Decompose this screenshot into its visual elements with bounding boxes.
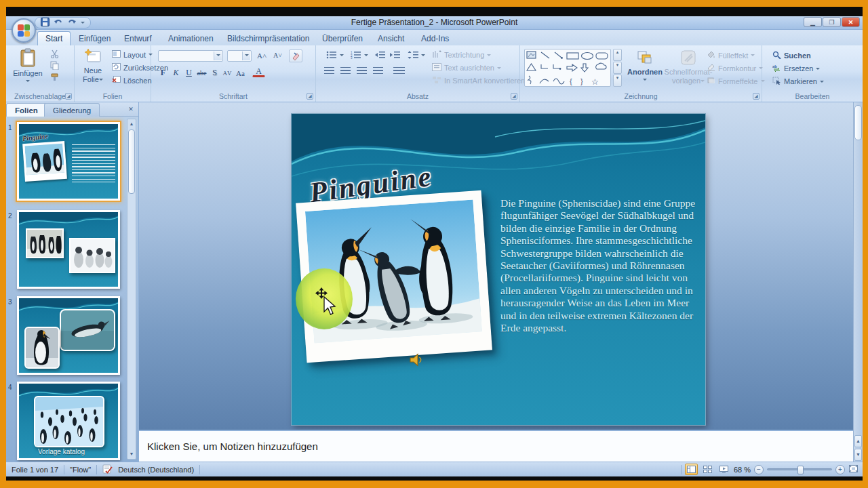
next-slide-button[interactable]: ▼▼ [854, 449, 862, 461]
clear-formatting-button[interactable] [289, 49, 302, 62]
align-text-button[interactable]: Text ausrichten [430, 62, 503, 73]
panel-scrollbar[interactable]: ▲ ▼ [127, 119, 136, 460]
underline-button[interactable]: U [182, 66, 195, 79]
grow-font-button[interactable]: A˄ [255, 51, 269, 60]
new-slide-button[interactable]: Neue Folie [79, 48, 107, 84]
change-case-button[interactable]: Aa [234, 66, 247, 79]
zoom-out-button[interactable]: − [754, 465, 764, 474]
slideshow-view-button[interactable] [717, 464, 730, 475]
shape-fill-button[interactable]: Fülleffekt [705, 50, 757, 60]
slide-2-thumbnail[interactable] [17, 210, 120, 289]
zoom-slider-thumb[interactable] [797, 466, 804, 474]
office-button[interactable] [12, 18, 36, 43]
format-painter-button[interactable] [48, 72, 61, 82]
tab-entwurf[interactable]: Entwurf [117, 31, 159, 45]
spellcheck-icon[interactable] [102, 464, 113, 475]
shapes-gallery[interactable]: { } ☆ [524, 49, 611, 87]
notes-pane[interactable]: Klicken Sie, um Notizen hinzuzufügen [139, 430, 853, 462]
new-slide-dropdown-icon[interactable] [99, 79, 103, 83]
slide-1-thumbnail[interactable]: Pinguine [17, 122, 120, 201]
panel-scroll-down-icon[interactable]: ▼ [128, 450, 135, 458]
minimize-button[interactable]: ▁ [804, 17, 822, 27]
font-size-dropdown-icon[interactable] [242, 52, 250, 60]
character-spacing-button[interactable]: AV [221, 66, 234, 79]
panel-scroll-up-icon[interactable]: ▲ [128, 120, 135, 128]
zoom-in-button[interactable]: + [835, 465, 845, 474]
copy-button[interactable] [48, 60, 61, 70]
tab-animationen[interactable]: Animationen [161, 31, 221, 45]
tab-bildschirmpraesentation[interactable]: Bildschirmpräsentation [220, 31, 317, 45]
align-center-button[interactable] [340, 67, 351, 75]
justify-button[interactable] [373, 67, 383, 75]
text-shadow-button[interactable]: S [208, 66, 221, 79]
drawing-dialog-launcher-icon[interactable]: ◢ [753, 93, 760, 100]
panel-close-icon[interactable]: ✕ [126, 105, 136, 114]
tab-ansicht[interactable]: Ansicht [370, 31, 412, 45]
font-size-combo[interactable] [227, 50, 252, 62]
text-direction-button[interactable]: Textrichtung [430, 49, 493, 60]
tab-addins[interactable]: Add-Ins [414, 31, 456, 45]
numbering-button[interactable]: 123 [349, 50, 370, 60]
cut-button[interactable] [48, 49, 61, 59]
shapes-scroll-up-icon[interactable]: ▲ [613, 49, 622, 61]
shapes-scroll-down-icon[interactable]: ▼ [613, 62, 622, 74]
tab-start[interactable]: Start [37, 31, 71, 45]
slide-counter[interactable]: Folie 1 von 17 [12, 466, 58, 474]
previous-slide-button[interactable]: ▲▲ [854, 435, 862, 447]
bold-button[interactable]: F [157, 66, 170, 79]
slide-3-thumbnail[interactable] [17, 296, 120, 375]
layout-button[interactable]: Layout [110, 49, 155, 60]
arrange-dropdown-icon[interactable] [643, 79, 647, 83]
font-dialog-launcher-icon[interactable]: ◢ [307, 93, 313, 100]
theme-name[interactable]: "Flow" [70, 466, 91, 474]
slide-body-text[interactable]: Die Pinguine (Spheniscidae) sind eine Gr… [500, 197, 704, 334]
paragraph-dialog-launcher-icon[interactable]: ◢ [511, 93, 517, 100]
tab-ueberpruefen[interactable]: Überprüfen [315, 31, 370, 45]
scrollbar-thumb[interactable] [854, 105, 862, 140]
language-indicator[interactable]: Deutsch (Deutschland) [118, 466, 194, 474]
select-button[interactable]: Markieren [770, 76, 826, 87]
thumb-caption: Vorlage katalog [38, 448, 85, 455]
bullets-button[interactable] [324, 50, 346, 60]
shape-effects-button[interactable]: Formeffekte [705, 76, 767, 86]
paste-dropdown-icon[interactable] [26, 80, 30, 84]
columns-button[interactable] [393, 67, 405, 75]
slide-canvas[interactable]: Pinguine [292, 114, 705, 425]
normal-view-button[interactable] [685, 464, 698, 475]
zoom-slider[interactable] [767, 468, 832, 470]
font-color-button[interactable]: A [252, 66, 265, 77]
zoom-percentage[interactable]: 68 % [734, 466, 751, 474]
shrink-font-button[interactable]: A˅ [271, 51, 284, 60]
replace-button[interactable]: ab Ersetzen [770, 63, 822, 74]
maximize-button[interactable]: ❐ [823, 17, 841, 27]
arrange-button[interactable]: Anordnen [626, 49, 664, 83]
font-name-dropdown-icon[interactable] [214, 52, 222, 60]
strikethrough-button[interactable]: abe [195, 66, 208, 79]
shape-outline-button[interactable]: Formkontur [705, 63, 765, 73]
panel-tab-folien[interactable]: Folien [6, 103, 47, 117]
tab-einfuegen[interactable]: Einfügen [71, 31, 118, 45]
font-name-combo[interactable] [158, 50, 223, 62]
decrease-indent-button[interactable] [373, 50, 387, 60]
align-right-button[interactable] [357, 67, 367, 75]
increase-indent-button[interactable] [388, 50, 402, 60]
fit-to-window-button[interactable] [848, 464, 859, 474]
vertical-scrollbar[interactable]: ▲▲ ▼▼ [853, 102, 863, 462]
delete-slide-button[interactable]: Löschen [110, 75, 154, 85]
close-button[interactable]: ✕ [842, 17, 860, 27]
slide-4-thumbnail[interactable]: Vorlage katalog [17, 382, 120, 460]
slide-sorter-view-button[interactable] [701, 464, 714, 475]
italic-button[interactable]: K [170, 66, 182, 79]
panel-scrollbar-thumb[interactable] [128, 129, 135, 194]
notes-placeholder[interactable]: Klicken Sie, um Notizen hinzuzufügen [147, 441, 318, 452]
audio-speaker-icon[interactable] [408, 352, 423, 370]
find-button[interactable]: Suchen [770, 50, 813, 61]
convert-smartart-button[interactable]: In SmartArt konvertieren [430, 75, 534, 86]
paste-button[interactable]: Einfügen [13, 48, 43, 84]
shapes-scrollbar[interactable]: ▲ ▼ ▼ [613, 49, 622, 87]
clipboard-dialog-launcher-icon[interactable]: ◢ [65, 93, 72, 100]
line-spacing-button[interactable] [406, 50, 427, 60]
align-left-button[interactable] [324, 67, 334, 75]
panel-tab-gliederung[interactable]: Gliederung [44, 103, 100, 117]
shapes-more-icon[interactable]: ▼ [613, 75, 622, 87]
